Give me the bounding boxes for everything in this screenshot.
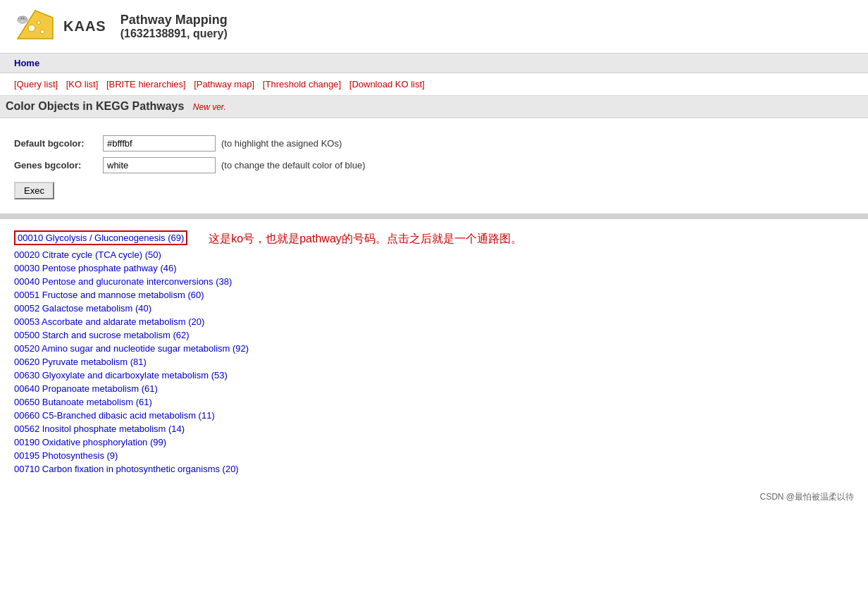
default-bgcolor-row: Default bgcolor: (to highlight the asign… [14,135,854,152]
pathway-link-00620[interactable]: 00620 Pyruvate metabolism (81) [14,357,147,367]
new-ver-badge: New ver. [193,102,226,112]
query-list-link[interactable]: [Query list] [14,79,58,89]
pathway-map-link[interactable]: [Pathway map] [194,79,254,89]
nav-bar: Home [0,54,868,73]
pathway-link-00190[interactable]: 00190 Oxidative phosphorylation (99) [14,437,166,447]
pathway-link-00040[interactable]: 00040 Pentose and glucuronate interconve… [14,276,232,287]
footer: CSDN @最怕被温柔以待 [0,484,868,510]
list-item: 00660 C5-Branched dibasic acid metabolis… [14,410,854,421]
svg-marker-0 [18,11,53,39]
genes-bgcolor-input[interactable] [103,157,216,173]
list-item: 00520 Amino sugar and nucleotide sugar m… [14,343,854,354]
pathway-link-00500[interactable]: 00500 Starch and sucrose metabolism (62) [14,330,190,340]
brite-hierarchies-link[interactable]: [BRITE hierarchies] [106,79,186,89]
pathway-link-00052[interactable]: 00052 Galactose metabolism (40) [14,303,151,314]
pathway-link-00630[interactable]: 00630 Glyoxylate and dicarboxylate metab… [14,370,228,381]
default-bgcolor-input[interactable] [103,135,216,152]
home-link[interactable]: Home [14,58,39,68]
pathway-link-00195[interactable]: 00195 Photosynthesis (9) [14,450,118,461]
pathway-link-00710[interactable]: 00710 Carbon fixation in photosynthetic … [14,464,239,474]
kaas-logo [14,7,56,46]
list-item: 00052 Galactose metabolism (40) [14,303,854,314]
list-item: 00053 Ascorbate and aldarate metabolism … [14,316,854,327]
pathway-link-00640[interactable]: 00640 Propanoate metabolism (61) [14,383,158,394]
pathway-link-00010[interactable]: 00010 Glycolysis / Gluconeogenesis (69) [14,230,187,245]
pathway-link-00660[interactable]: 00660 C5-Branched dibasic acid metabolis… [14,410,215,421]
list-item: 00020 Citrate cycle (TCA cycle) (50) [14,249,854,260]
footer-text: CSDN @最怕被温柔以待 [760,492,854,502]
genes-bgcolor-row: Genes bgcolor: (to change the default co… [14,157,854,173]
page-header: KAAS Pathway Mapping (1632138891, query) [0,0,868,54]
divider [0,214,868,219]
download-ko-list-link[interactable]: [Download KO list] [349,79,425,89]
pathway-link-00520[interactable]: 00520 Amino sugar and nucleotide sugar m… [14,343,249,354]
pathway-link-00020[interactable]: 00020 Citrate cycle (TCA cycle) (50) [14,249,161,260]
svg-point-1 [28,25,35,32]
list-item: 00710 Carbon fixation in photosynthetic … [14,464,854,474]
exec-button[interactable]: Exec [14,182,54,199]
list-item: 00190 Oxidative phosphorylation (99) [14,437,854,447]
list-item: 00620 Pyruvate metabolism (81) [14,357,854,367]
header-title: Pathway Mapping (1632138891, query) [120,13,228,40]
list-item: 00040 Pentose and glucuronate interconve… [14,276,854,287]
list-item: 00051 Fructose and mannose metabolism (6… [14,290,854,300]
list-item: 00195 Photosynthesis (9) [14,450,854,461]
pathway-link-00051[interactable]: 00051 Fructose and mannose metabolism (6… [14,290,204,300]
annotation-text: 这是ko号，也就是pathway的号码。点击之后就是一个通路图。 [209,232,522,247]
pathway-link-00650[interactable]: 00650 Butanoate metabolism (61) [14,397,152,407]
pathway-list: 00010 Glycolysis / Gluconeogenesis (69) … [0,225,868,484]
list-item: 00650 Butanoate metabolism (61) [14,397,854,407]
pathway-link-00030[interactable]: 00030 Pentose phosphate pathway (46) [14,263,177,273]
list-item: 00500 Starch and sucrose metabolism (62) [14,330,854,340]
default-bgcolor-label: Default bgcolor: [14,138,99,149]
list-item: 00630 Glyoxylate and dicarboxylate metab… [14,370,854,381]
list-item: 00640 Propanoate metabolism (61) [14,383,854,394]
first-pathway-row: 00010 Glycolysis / Gluconeogenesis (69) … [14,232,854,247]
threshold-change-link[interactable]: [Threshold change] [263,79,341,89]
form-area: Default bgcolor: (to highlight the asign… [0,127,868,208]
genes-bgcolor-label: Genes bgcolor: [14,160,99,171]
svg-point-7 [20,18,22,19]
logo-text: KAAS [63,18,106,35]
genes-bgcolor-hint: (to change the default color of blue) [221,160,366,171]
svg-point-8 [23,18,25,19]
list-item: 00562 Inositol phosphate metabolism (14) [14,423,854,434]
default-bgcolor-hint: (to highlight the asigned KOs) [221,138,342,149]
pathway-link-00562[interactable]: 00562 Inositol phosphate metabolism (14) [14,423,185,434]
pathway-item: 00010 Glycolysis / Gluconeogenesis (69) [14,233,187,243]
pathway-link-00053[interactable]: 00053 Ascorbate and aldarate metabolism … [14,316,204,327]
svg-point-3 [37,21,41,25]
list-item: 00030 Pentose phosphate pathway (46) [14,263,854,273]
links-bar: [Query list] [KO list] [BRITE hierarchie… [0,73,868,96]
logo-area: KAAS [14,7,106,46]
svg-point-2 [40,30,44,34]
color-section-title: Color Objects in KEGG Pathways New ver. [0,96,868,118]
ko-list-link[interactable]: [KO list] [66,79,99,89]
